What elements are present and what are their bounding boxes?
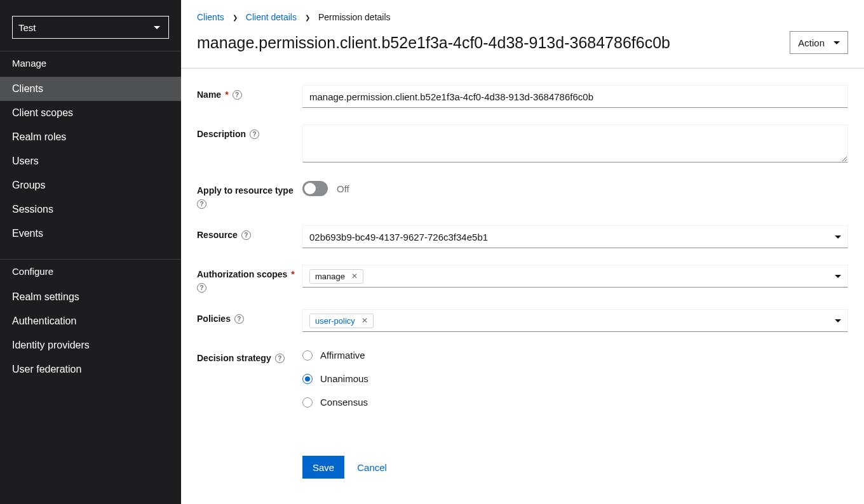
help-icon[interactable]: ?	[241, 230, 251, 240]
sidebar-item-authentication[interactable]: Authentication	[0, 309, 181, 333]
label-name: Name * ?	[197, 85, 302, 108]
sidebar-item-client-scopes[interactable]: Client scopes	[0, 101, 181, 125]
radio-option-consensus[interactable]: Consensus	[302, 397, 848, 408]
apply-resource-type-switch[interactable]	[302, 181, 328, 196]
switch-state-label: Off	[337, 183, 349, 194]
sidebar-item-groups[interactable]: Groups	[0, 173, 181, 197]
realm-selector[interactable]: Test	[12, 16, 169, 39]
sidebar-item-identity-providers[interactable]: Identity providers	[0, 333, 181, 357]
radio-option-unanimous[interactable]: Unanimous	[302, 373, 848, 384]
name-input[interactable]	[302, 85, 848, 108]
cancel-button[interactable]: Cancel	[357, 462, 387, 473]
breadcrumb: Clients❯Client details❯Permission detail…	[181, 0, 864, 22]
sidebar-section-configure: Configure	[0, 259, 181, 285]
help-icon[interactable]: ?	[234, 314, 244, 324]
caret-down-icon	[154, 26, 160, 29]
help-icon[interactable]: ?	[275, 354, 285, 363]
sidebar: Test Manage ClientsClient scopesRealm ro…	[0, 0, 181, 504]
radio-option-affirmative[interactable]: Affirmative	[302, 350, 848, 361]
label-apply-resource-type: Apply to resource type ?	[197, 181, 302, 209]
action-dropdown[interactable]: Action	[790, 31, 848, 54]
label-description: Description ?	[197, 124, 302, 164]
caret-down-icon	[834, 41, 840, 44]
remove-chip-icon[interactable]: ✕	[351, 272, 358, 280]
main-content: Clients❯Client details❯Permission detail…	[181, 0, 864, 504]
label-decision-strategy: Decision strategy ?	[197, 348, 302, 408]
radio-icon	[302, 350, 313, 361]
resource-value: 02b693b9-bc49-4137-9627-726c3f34e5b1	[309, 232, 488, 242]
radio-icon	[302, 374, 313, 384]
page-title: manage.permission.client.b52e1f3a-4cf0-4…	[197, 34, 670, 52]
policy-chip: user-policy✕	[309, 314, 374, 328]
help-icon[interactable]: ?	[197, 283, 206, 293]
help-icon[interactable]: ?	[250, 129, 259, 139]
caret-down-icon	[835, 235, 841, 239]
breadcrumb-item[interactable]: Client details	[246, 12, 297, 22]
label-policies: Policies ?	[197, 309, 302, 332]
sidebar-item-realm-roles[interactable]: Realm roles	[0, 125, 181, 149]
remove-chip-icon[interactable]: ✕	[361, 317, 368, 324]
scope-chip: manage✕	[309, 269, 363, 284]
radio-label: Affirmative	[320, 350, 365, 361]
label-resource: Resource ?	[197, 225, 302, 248]
breadcrumb-item: Permission details	[318, 12, 391, 22]
chevron-right-icon: ❯	[233, 14, 238, 21]
label-auth-scopes: Authorization scopes * ?	[197, 265, 302, 293]
sidebar-section-manage: Manage	[0, 51, 181, 77]
permission-form: Name * ? Description ?	[181, 69, 864, 495]
sidebar-item-sessions[interactable]: Sessions	[0, 197, 181, 222]
resource-select[interactable]: 02b693b9-bc49-4137-9627-726c3f34e5b1	[302, 225, 848, 248]
save-button[interactable]: Save	[302, 456, 344, 479]
page-header: manage.permission.client.b52e1f3a-4cf0-4…	[181, 22, 864, 69]
help-icon[interactable]: ?	[197, 199, 206, 209]
radio-icon	[302, 397, 313, 408]
caret-down-icon	[835, 319, 841, 322]
auth-scopes-select[interactable]: manage✕	[302, 265, 848, 288]
caret-down-icon	[835, 275, 841, 278]
action-label: Action	[798, 37, 825, 48]
chevron-right-icon: ❯	[305, 14, 310, 21]
breadcrumb-item[interactable]: Clients	[197, 12, 224, 22]
radio-label: Unanimous	[320, 373, 368, 384]
sidebar-item-realm-settings[interactable]: Realm settings	[0, 285, 181, 309]
help-icon[interactable]: ?	[233, 90, 242, 100]
radio-label: Consensus	[320, 397, 368, 408]
policies-select[interactable]: user-policy✕	[302, 309, 848, 332]
sidebar-item-events[interactable]: Events	[0, 222, 181, 246]
realm-selected: Test	[18, 22, 36, 33]
sidebar-item-clients[interactable]: Clients	[0, 77, 181, 101]
sidebar-item-users[interactable]: Users	[0, 149, 181, 173]
sidebar-item-user-federation[interactable]: User federation	[0, 357, 181, 381]
description-input[interactable]	[302, 124, 848, 162]
